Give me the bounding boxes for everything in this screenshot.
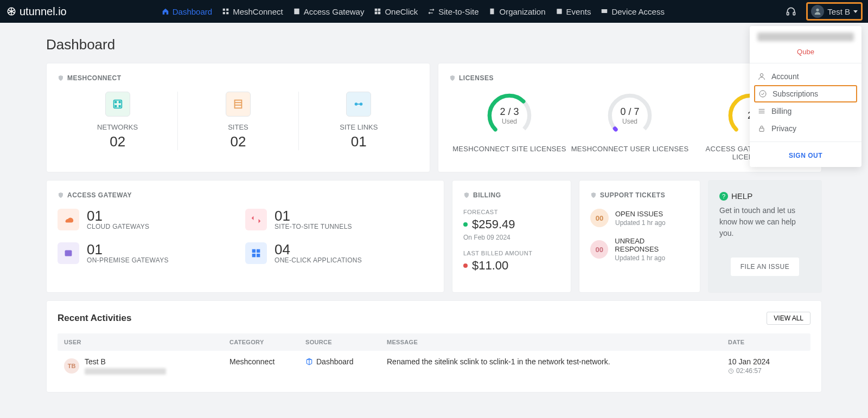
logo[interactable]: utunnel.io	[5, 5, 67, 18]
nav-events[interactable]: Events	[556, 7, 591, 16]
open-issues[interactable]: 00 OPEN ISSUESUpdated 1 hr ago	[590, 209, 689, 227]
nav-accessgw[interactable]: Access Gateway	[293, 7, 365, 16]
svg-rect-35	[257, 249, 260, 253]
svg-point-40	[760, 91, 766, 97]
nav-label: OneClick	[385, 7, 418, 16]
ticket-sub: Updated 1 hr ago	[615, 219, 666, 227]
svg-point-15	[816, 9, 819, 11]
license-user[interactable]: 0 / 7Used MESHCONNECT USER LICENSES	[570, 92, 690, 161]
th-user: USER	[64, 339, 229, 345]
support-icon[interactable]	[786, 6, 796, 17]
caret-down-icon	[853, 10, 858, 13]
stat-sites[interactable]: SITES 02	[178, 92, 298, 150]
apps-icon	[245, 242, 267, 264]
logo-icon	[7, 7, 16, 16]
user-avatar: TB	[64, 358, 79, 374]
user-dropdown: Qube Account Subscriptions Billing Priva…	[750, 26, 861, 167]
ticket-sub: Updated 1 hr ago	[615, 254, 689, 262]
dd-account[interactable]: Account	[750, 68, 861, 85]
avatar	[811, 5, 824, 18]
table-row[interactable]: TB Test B Meshconnect Dashboard Renamed …	[58, 351, 810, 381]
ag-label: CLOUD GATEWAYS	[87, 223, 149, 230]
license-site[interactable]: 2 / 3Used MESHCONNECT SITE LICENSES	[449, 92, 570, 161]
last-amount: $11.00	[463, 259, 560, 273]
nav-label: MeshConnect	[233, 7, 283, 16]
svg-rect-44	[760, 128, 764, 131]
forecast-label: FORECAST	[463, 209, 560, 215]
stat-label: SITE LINKS	[299, 123, 419, 131]
td-message: Renamed the sitelink sclink to sclink-1 …	[387, 357, 728, 366]
cloud-icon	[58, 209, 79, 230]
shield-icon	[449, 74, 456, 82]
svg-rect-9	[378, 12, 381, 15]
view-all-button[interactable]: VIEW ALL	[767, 312, 810, 325]
date-sub: 02:46:57	[728, 367, 804, 375]
nav-dashboard[interactable]: Dashboard	[162, 7, 212, 16]
dd-signout[interactable]: SIGN OUT	[750, 146, 861, 160]
tickets-card: SUPPORT TICKETS 00 OPEN ISSUESUpdated 1 …	[579, 180, 700, 293]
title-text: BILLING	[473, 191, 501, 199]
amount-value: $11.00	[472, 259, 508, 273]
gauge: 0 / 7Used	[606, 92, 654, 139]
ag-value: 04	[275, 242, 362, 256]
dd-billing[interactable]: Billing	[750, 102, 861, 120]
nav-label: Organization	[499, 7, 545, 16]
dd-privacy[interactable]: Privacy	[750, 120, 861, 137]
list-icon	[556, 8, 563, 15]
table-header: USER CATEGORY SOURCE MESSAGE DATE	[58, 333, 810, 351]
nav-meshconnect[interactable]: MeshConnect	[222, 7, 283, 16]
question-icon: ?	[719, 192, 728, 201]
topbar-right: Test B	[786, 2, 863, 21]
gauge: 2 / 3Used	[486, 92, 533, 139]
last-label: LAST BILLED AMOUNT	[463, 250, 560, 256]
grid-icon	[374, 8, 381, 15]
status-dot-green	[463, 222, 468, 227]
gauge-ratio: 2 / 3	[500, 106, 519, 118]
nav-org[interactable]: Organization	[488, 7, 545, 16]
svg-rect-33	[65, 250, 72, 256]
shield-icon	[58, 74, 64, 82]
file-issue-button[interactable]: FILE AN ISSUE	[731, 258, 800, 276]
nav-devaccess[interactable]: Device Access	[601, 7, 665, 16]
recent-head: Recent Activities VIEW ALL	[58, 312, 810, 325]
ag-col: 01CLOUD GATEWAYS 01ON-PREMISE GATEWAYS	[58, 209, 245, 264]
networks-icon	[105, 92, 130, 117]
ag-s2s[interactable]: 01SITE-TO-SITE TUNNELS	[245, 209, 433, 230]
last-billed-section: LAST BILLED AMOUNT $11.00	[463, 250, 560, 273]
card-title: BILLING	[463, 191, 560, 199]
title-text: MESHCONNECT	[67, 74, 122, 82]
th-source: SOURCE	[305, 339, 387, 345]
unread-responses[interactable]: 00 UNREAD RESPONSESUpdated 1 hr ago	[590, 237, 689, 262]
dd-label: Subscriptions	[773, 89, 818, 98]
status-dot-red	[463, 263, 468, 268]
svg-rect-2	[226, 9, 228, 11]
ag-cloud[interactable]: 01CLOUD GATEWAYS	[58, 209, 245, 230]
help-title: ? HELP	[719, 191, 810, 201]
th-message: MESSAGE	[387, 339, 728, 345]
nav-label: Dashboard	[173, 7, 212, 16]
dd-subscriptions[interactable]: Subscriptions	[754, 85, 857, 102]
stat-networks[interactable]: NETWORKS 02	[58, 92, 178, 150]
user-menu-trigger[interactable]: Test B	[806, 2, 863, 21]
svg-rect-26	[358, 104, 361, 105]
meshconnect-card: MESHCONNECT NETWORKS 02 SITES 02 SITE LI…	[46, 63, 430, 172]
nav-oneclick[interactable]: OneClick	[374, 7, 418, 16]
nav-label: Access Gateway	[304, 7, 365, 16]
time-text: 02:46:57	[736, 367, 762, 375]
ag-value: 01	[87, 242, 169, 256]
ag-col: 01SITE-TO-SITE TUNNELS 04ONE-CLICK APPLI…	[245, 209, 433, 264]
svg-rect-37	[257, 254, 260, 257]
topbar: utunnel.io Dashboard MeshConnect Access …	[0, 0, 868, 23]
brand-text: utunnel.io	[20, 5, 67, 18]
nav-s2s[interactable]: Site-to-Site	[427, 7, 478, 16]
ag-label: SITE-TO-SITE TUNNELS	[275, 223, 352, 230]
ag-grid: 01CLOUD GATEWAYS 01ON-PREMISE GATEWAYS 0…	[58, 209, 433, 264]
mesh-icon	[222, 8, 229, 15]
svg-rect-7	[378, 9, 381, 11]
user-display: Test B	[85, 357, 166, 366]
stat-sitelinks[interactable]: SITE LINKS 01	[299, 92, 419, 150]
svg-rect-11	[557, 9, 561, 14]
ag-apps[interactable]: 04ONE-CLICK APPLICATIONS	[245, 242, 433, 264]
ag-onprem[interactable]: 01ON-PREMISE GATEWAYS	[58, 242, 245, 264]
svg-rect-21	[235, 100, 242, 108]
